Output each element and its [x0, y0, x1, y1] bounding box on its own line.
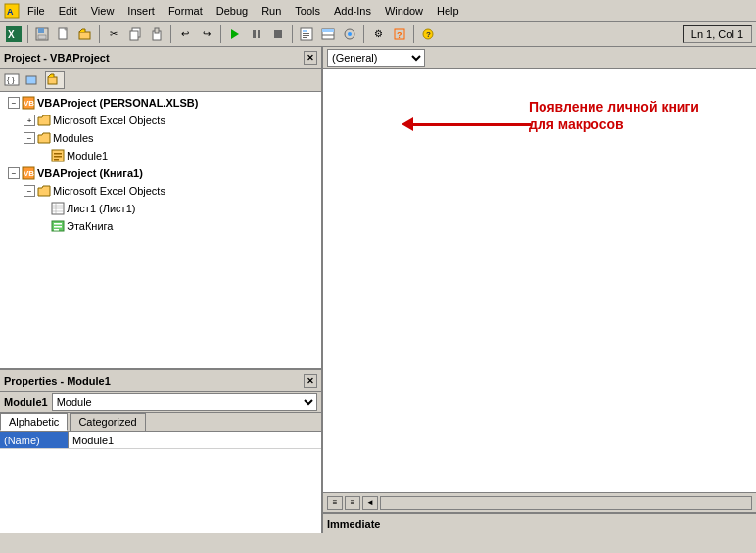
svg-rect-34	[26, 76, 36, 84]
general-dropdown[interactable]: (General)	[327, 49, 425, 67]
expand-modules[interactable]: −	[24, 132, 35, 144]
code-area[interactable]: Появление личной книгидля макросов	[323, 69, 756, 492]
svg-rect-52	[54, 229, 59, 231]
personal-project-label: VBAProject (PERSONAL.XLSB)	[37, 97, 198, 109]
svg-rect-17	[274, 30, 282, 38]
modules-label: Modules	[53, 132, 94, 144]
menu-window[interactable]: Window	[379, 3, 429, 19]
new-button[interactable]	[54, 24, 73, 44]
menu-file[interactable]: File	[22, 3, 51, 19]
toolbar-sep-6	[363, 25, 364, 43]
properties-grid: (Name) Module1	[0, 432, 321, 533]
tree-node-module1[interactable]: Module1	[0, 147, 321, 164]
project-panel: Project - VBAProject ✕ { }	[0, 47, 321, 370]
properties-panel: Properties - Module1 ✕ Module1 Module Al…	[0, 370, 321, 533]
svg-rect-41	[54, 159, 59, 161]
prop-row-name[interactable]: (Name) Module1	[0, 432, 321, 449]
sheet-icon	[51, 202, 65, 215]
tree-node-excel-objects-book1[interactable]: − Microsoft Excel Objects	[0, 182, 321, 200]
toolbar: X ✂	[0, 22, 756, 47]
paste-button[interactable]	[147, 24, 166, 44]
tree-node-personal[interactable]: − VB VBAProject (PERSONAL.XLSB)	[0, 94, 321, 112]
svg-rect-24	[322, 29, 334, 32]
vba-icon-book1: VB	[22, 166, 35, 180]
break-button[interactable]	[247, 24, 266, 44]
folder-icon-modules	[37, 131, 51, 145]
svg-text:X: X	[8, 29, 15, 40]
menu-help[interactable]: Help	[431, 3, 465, 19]
project-panel-header: Project - VBAProject ✕	[0, 47, 321, 69]
reset-button[interactable]	[268, 24, 288, 44]
horizontal-scrollbar[interactable]	[380, 496, 752, 510]
properties-button[interactable]	[318, 24, 338, 44]
undo-button[interactable]: ↩	[175, 24, 195, 44]
menu-debug[interactable]: Debug	[211, 3, 254, 19]
expand-excel-objects-book1[interactable]: −	[24, 185, 35, 197]
toolbar-icon-8[interactable]: ?	[390, 24, 409, 44]
view-code-button[interactable]: { }	[2, 71, 22, 89]
menu-addins[interactable]: Add-Ins	[328, 3, 377, 19]
view-object-button[interactable]	[24, 71, 43, 89]
sheet1-label: Лист1 (Лист1)	[67, 203, 135, 214]
toggle-folders-button[interactable]	[45, 71, 65, 89]
tree-node-sheet1[interactable]: Лист1 (Лист1)	[0, 200, 321, 217]
svg-rect-21	[303, 35, 309, 36]
svg-rect-39	[54, 153, 62, 155]
tree-node-book1[interactable]: − VB VBAProject (Книга1)	[0, 164, 321, 182]
run-button[interactable]	[225, 24, 245, 44]
cut-button[interactable]: ✂	[104, 24, 123, 44]
menu-bar: A File Edit View Insert Format Debug Run…	[0, 0, 756, 22]
menu-run[interactable]: Run	[256, 3, 287, 19]
expand-excel-objects-personal[interactable]: +	[24, 115, 35, 126]
annotation-text: Появление личной книгидля макросов	[529, 98, 699, 133]
immediate-bar: Immediate	[323, 512, 756, 533]
tab-alphabetic[interactable]: Alphabetic	[0, 413, 68, 431]
excel-objects-personal-label: Microsoft Excel Objects	[53, 115, 165, 126]
svg-rect-20	[303, 33, 309, 34]
object-browser-button[interactable]	[340, 24, 359, 44]
toolbar-icon-7[interactable]: ⚙	[368, 24, 388, 44]
properties-object-select[interactable]: Module	[52, 393, 317, 411]
properties-panel-close[interactable]: ✕	[304, 374, 317, 388]
toolbar-sep-2	[99, 25, 100, 43]
prop-name-label: (Name)	[0, 432, 69, 448]
svg-rect-16	[258, 30, 260, 38]
open-button[interactable]	[75, 24, 95, 44]
project-tree[interactable]: − VB VBAProject (PERSONAL.XLSB) +	[0, 92, 321, 368]
annotation-arrow-container	[402, 117, 531, 131]
svg-text:VB: VB	[24, 99, 34, 108]
svg-rect-40	[54, 156, 62, 158]
svg-text:?: ?	[397, 30, 402, 40]
vba-icon-personal: VB	[22, 96, 35, 110]
properties-object-name: Module1	[4, 396, 48, 408]
tree-node-thisworkbook[interactable]: ЭтаКнига	[0, 217, 321, 235]
redo-button[interactable]: ↪	[197, 24, 216, 44]
menu-tools[interactable]: Tools	[289, 3, 326, 19]
scroll-left-button[interactable]: ≡	[327, 496, 343, 510]
expand-personal[interactable]: −	[8, 97, 20, 109]
project-explorer-button[interactable]	[297, 24, 316, 44]
expand-book1[interactable]: −	[8, 167, 20, 179]
scroll-left2-button[interactable]: ≡	[345, 496, 360, 510]
save-button[interactable]	[32, 24, 52, 44]
menu-edit[interactable]: Edit	[53, 3, 83, 19]
svg-rect-51	[54, 226, 62, 228]
tab-categorized[interactable]: Categorized	[70, 413, 145, 431]
menu-format[interactable]: Format	[163, 3, 209, 19]
help-button[interactable]: ?	[418, 24, 438, 44]
properties-panel-header: Properties - Module1 ✕	[0, 370, 321, 392]
project-panel-close[interactable]: ✕	[304, 51, 317, 65]
menu-view[interactable]: View	[85, 3, 120, 19]
scroll-arrow-left[interactable]: ◄	[362, 496, 378, 510]
menu-insert[interactable]: Insert	[121, 3, 161, 19]
tree-node-excel-objects-personal[interactable]: + Microsoft Excel Objects	[0, 112, 321, 129]
prop-value-name: Module1	[69, 432, 321, 448]
svg-text:A: A	[7, 7, 14, 17]
code-header: (General)	[323, 47, 756, 69]
tree-node-modules[interactable]: − Modules	[0, 129, 321, 147]
svg-text:{ }: { }	[7, 75, 15, 84]
svg-rect-13	[155, 28, 159, 33]
copy-button[interactable]	[125, 24, 145, 44]
book1-project-label: VBAProject (Книга1)	[37, 167, 143, 179]
properties-tabs: Alphabetic Categorized	[0, 413, 321, 432]
